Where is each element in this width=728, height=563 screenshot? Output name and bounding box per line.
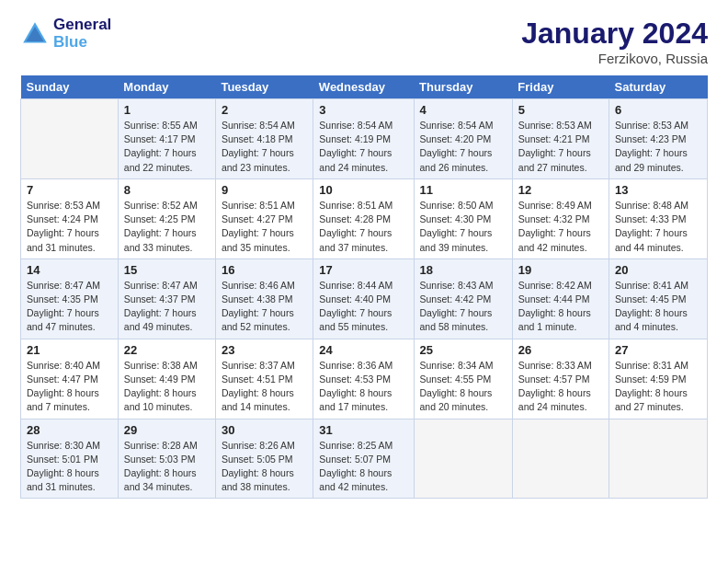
calendar-cell: 10Sunrise: 8:51 AM Sunset: 4:28 PM Dayli…: [313, 178, 414, 259]
day-number: 28: [27, 423, 112, 437]
calendar-cell: 9Sunrise: 8:51 AM Sunset: 4:27 PM Daylig…: [215, 178, 313, 259]
day-number: 26: [518, 343, 603, 357]
day-info: Sunrise: 8:50 AM Sunset: 4:30 PM Dayligh…: [420, 199, 506, 255]
column-header-sunday: Sunday: [21, 75, 119, 99]
calendar-cell: 28Sunrise: 8:30 AM Sunset: 5:01 PM Dayli…: [21, 419, 119, 499]
day-info: Sunrise: 8:51 AM Sunset: 4:28 PM Dayligh…: [319, 199, 407, 255]
day-info: Sunrise: 8:34 AM Sunset: 4:55 PM Dayligh…: [420, 359, 506, 415]
day-number: 23: [222, 343, 307, 357]
page-container: General Blue January 2024 Ferzikovo, Rus…: [0, 0, 728, 510]
calendar-cell: 29Sunrise: 8:28 AM Sunset: 5:03 PM Dayli…: [118, 419, 215, 499]
calendar-cell: 17Sunrise: 8:44 AM Sunset: 4:40 PM Dayli…: [313, 259, 414, 339]
day-number: 22: [124, 343, 210, 357]
day-info: Sunrise: 8:55 AM Sunset: 4:17 PM Dayligh…: [124, 119, 210, 175]
column-header-monday: Monday: [118, 75, 215, 99]
day-number: 5: [518, 103, 603, 117]
day-info: Sunrise: 8:25 AM Sunset: 5:07 PM Dayligh…: [319, 439, 407, 495]
day-number: 3: [319, 103, 407, 117]
calendar-cell: 22Sunrise: 8:38 AM Sunset: 4:49 PM Dayli…: [118, 339, 215, 419]
calendar-cell: 13Sunrise: 8:48 AM Sunset: 4:33 PM Dayli…: [609, 178, 707, 259]
day-number: 14: [27, 263, 112, 277]
day-info: Sunrise: 8:53 AM Sunset: 4:21 PM Dayligh…: [518, 119, 603, 175]
day-number: 29: [124, 423, 210, 437]
day-info: Sunrise: 8:54 AM Sunset: 4:18 PM Dayligh…: [222, 119, 307, 175]
day-info: Sunrise: 8:54 AM Sunset: 4:20 PM Dayligh…: [420, 119, 506, 175]
day-info: Sunrise: 8:31 AM Sunset: 4:59 PM Dayligh…: [615, 359, 701, 415]
day-info: Sunrise: 8:44 AM Sunset: 4:40 PM Dayligh…: [319, 279, 407, 335]
day-info: Sunrise: 8:46 AM Sunset: 4:38 PM Dayligh…: [222, 279, 307, 335]
column-header-friday: Friday: [512, 75, 609, 99]
day-number: 27: [615, 343, 701, 357]
day-info: Sunrise: 8:48 AM Sunset: 4:33 PM Dayligh…: [615, 199, 701, 255]
calendar-cell: 20Sunrise: 8:41 AM Sunset: 4:45 PM Dayli…: [609, 259, 707, 339]
week-row-2: 7Sunrise: 8:53 AM Sunset: 4:24 PM Daylig…: [21, 178, 708, 259]
calendar-header-row: SundayMondayTuesdayWednesdayThursdayFrid…: [21, 75, 708, 99]
day-info: Sunrise: 8:54 AM Sunset: 4:19 PM Dayligh…: [319, 119, 407, 175]
calendar-cell: 23Sunrise: 8:37 AM Sunset: 4:51 PM Dayli…: [215, 339, 313, 419]
day-info: Sunrise: 8:53 AM Sunset: 4:24 PM Dayligh…: [27, 199, 112, 255]
day-info: Sunrise: 8:47 AM Sunset: 4:37 PM Dayligh…: [124, 279, 210, 335]
day-number: 12: [518, 183, 603, 197]
title-block: January 2024 Ferzikovo, Russia: [521, 17, 708, 66]
calendar-cell: 2Sunrise: 8:54 AM Sunset: 4:18 PM Daylig…: [215, 99, 313, 179]
logo: General Blue: [20, 17, 111, 51]
column-header-tuesday: Tuesday: [215, 75, 313, 99]
day-number: 1: [124, 103, 210, 117]
calendar-cell: 15Sunrise: 8:47 AM Sunset: 4:37 PM Dayli…: [118, 259, 215, 339]
calendar-cell: 3Sunrise: 8:54 AM Sunset: 4:19 PM Daylig…: [313, 99, 414, 179]
day-number: 7: [27, 183, 112, 197]
calendar-table: SundayMondayTuesdayWednesdayThursdayFrid…: [20, 75, 708, 499]
calendar-cell: 4Sunrise: 8:54 AM Sunset: 4:20 PM Daylig…: [414, 99, 512, 179]
day-number: 16: [222, 263, 307, 277]
day-info: Sunrise: 8:36 AM Sunset: 4:53 PM Dayligh…: [319, 359, 407, 415]
header: General Blue January 2024 Ferzikovo, Rus…: [20, 17, 708, 66]
week-row-3: 14Sunrise: 8:47 AM Sunset: 4:35 PM Dayli…: [21, 259, 708, 339]
day-info: Sunrise: 8:38 AM Sunset: 4:49 PM Dayligh…: [124, 359, 210, 415]
day-number: 18: [420, 263, 506, 277]
day-info: Sunrise: 8:30 AM Sunset: 5:01 PM Dayligh…: [27, 439, 112, 495]
day-number: 25: [420, 343, 506, 357]
day-info: Sunrise: 8:41 AM Sunset: 4:45 PM Dayligh…: [615, 279, 701, 335]
calendar-cell: 14Sunrise: 8:47 AM Sunset: 4:35 PM Dayli…: [21, 259, 119, 339]
day-info: Sunrise: 8:47 AM Sunset: 4:35 PM Dayligh…: [27, 279, 112, 335]
calendar-cell: 21Sunrise: 8:40 AM Sunset: 4:47 PM Dayli…: [21, 339, 119, 419]
calendar-title: January 2024: [521, 17, 708, 51]
day-number: 6: [615, 103, 701, 117]
day-info: Sunrise: 8:53 AM Sunset: 4:23 PM Dayligh…: [615, 119, 701, 175]
day-number: 21: [27, 343, 112, 357]
calendar-cell: 8Sunrise: 8:52 AM Sunset: 4:25 PM Daylig…: [118, 178, 215, 259]
day-number: 17: [319, 263, 407, 277]
calendar-cell: [414, 419, 512, 499]
calendar-cell: 25Sunrise: 8:34 AM Sunset: 4:55 PM Dayli…: [414, 339, 512, 419]
week-row-4: 21Sunrise: 8:40 AM Sunset: 4:47 PM Dayli…: [21, 339, 708, 419]
day-info: Sunrise: 8:51 AM Sunset: 4:27 PM Dayligh…: [222, 199, 307, 255]
day-info: Sunrise: 8:43 AM Sunset: 4:42 PM Dayligh…: [420, 279, 506, 335]
calendar-cell: 19Sunrise: 8:42 AM Sunset: 4:44 PM Dayli…: [512, 259, 609, 339]
calendar-cell: 27Sunrise: 8:31 AM Sunset: 4:59 PM Dayli…: [609, 339, 707, 419]
column-header-saturday: Saturday: [609, 75, 707, 99]
calendar-cell: 7Sunrise: 8:53 AM Sunset: 4:24 PM Daylig…: [21, 178, 119, 259]
day-number: 2: [222, 103, 307, 117]
day-info: Sunrise: 8:37 AM Sunset: 4:51 PM Dayligh…: [222, 359, 307, 415]
calendar-cell: [609, 419, 707, 499]
day-info: Sunrise: 8:33 AM Sunset: 4:57 PM Dayligh…: [518, 359, 603, 415]
day-number: 15: [124, 263, 210, 277]
day-number: 19: [518, 263, 603, 277]
calendar-cell: 1Sunrise: 8:55 AM Sunset: 4:17 PM Daylig…: [118, 99, 215, 179]
day-info: Sunrise: 8:52 AM Sunset: 4:25 PM Dayligh…: [124, 199, 210, 255]
day-number: 31: [319, 423, 407, 437]
column-header-thursday: Thursday: [414, 75, 512, 99]
calendar-cell: [21, 99, 119, 179]
day-number: 11: [420, 183, 506, 197]
day-number: 10: [319, 183, 407, 197]
day-number: 20: [615, 263, 701, 277]
column-header-wednesday: Wednesday: [313, 75, 414, 99]
calendar-subtitle: Ferzikovo, Russia: [521, 51, 708, 66]
calendar-cell: 31Sunrise: 8:25 AM Sunset: 5:07 PM Dayli…: [313, 419, 414, 499]
day-number: 9: [222, 183, 307, 197]
week-row-1: 1Sunrise: 8:55 AM Sunset: 4:17 PM Daylig…: [21, 99, 708, 179]
calendar-cell: 11Sunrise: 8:50 AM Sunset: 4:30 PM Dayli…: [414, 178, 512, 259]
week-row-5: 28Sunrise: 8:30 AM Sunset: 5:01 PM Dayli…: [21, 419, 708, 499]
day-info: Sunrise: 8:40 AM Sunset: 4:47 PM Dayligh…: [27, 359, 112, 415]
calendar-cell: 6Sunrise: 8:53 AM Sunset: 4:23 PM Daylig…: [609, 99, 707, 179]
